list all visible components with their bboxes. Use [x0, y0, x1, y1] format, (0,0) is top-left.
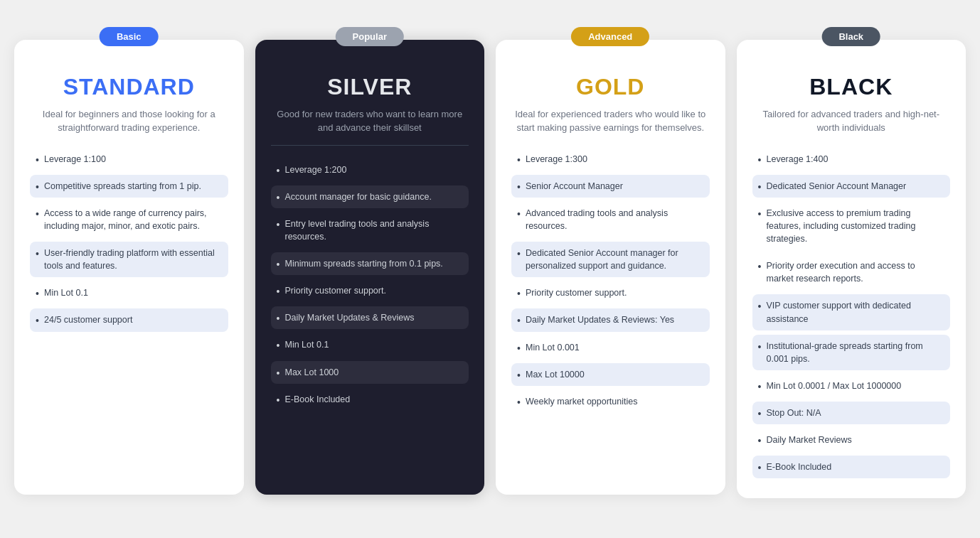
title-black: BLACK [752, 74, 951, 100]
feature-item: Daily Market Updates & Reviews [271, 306, 469, 329]
feature-item: User-friendly trading platform with esse… [30, 242, 228, 277]
badge-basic: Basic [100, 27, 159, 46]
title-silver: SILVER [271, 74, 469, 100]
features-silver: Leverage 1:200 Account manager for basic… [271, 158, 469, 411]
feature-item: Institutional-grade spreads starting fro… [752, 335, 951, 370]
pricing-cards: Basic STANDARD Ideal for beginners and t… [14, 40, 966, 499]
feature-item: Account manager for basic guidance. [271, 185, 469, 208]
feature-item: E-Book Included [271, 388, 469, 411]
subtitle-black: Tailored for advanced traders and high-n… [752, 107, 951, 135]
feature-item: Leverage 1:400 [752, 148, 951, 171]
card-silver: Popular SILVER Good for new traders who … [255, 40, 485, 495]
badge-advanced: Advanced [571, 27, 649, 46]
feature-item: Access to a wide range of currency pairs… [30, 202, 228, 237]
feature-item: Min Lot 0.001 [511, 336, 710, 359]
feature-item: Stop Out: N/A [752, 402, 951, 424]
title-standard: STANDARD [30, 74, 228, 100]
feature-item: Dedicated Senior Account manager for per… [511, 242, 710, 277]
feature-item: Entry level trading tools and analysis r… [271, 212, 469, 248]
feature-item: Senior Account Manager [511, 175, 710, 198]
card-black: Black BLACK Tailored for advanced trader… [737, 40, 966, 499]
feature-item: Leverage 1:200 [271, 158, 469, 181]
divider [271, 145, 469, 146]
subtitle-gold: Ideal for experienced traders who would … [511, 107, 710, 135]
feature-item: Leverage 1:300 [511, 148, 710, 171]
badge-black: Black [821, 27, 880, 46]
title-gold: GOLD [511, 74, 710, 100]
feature-item: Min Lot 0.0001 / Max Lot 1000000 [752, 375, 951, 397]
feature-item: Dedicated Senior Account Manager [752, 175, 951, 198]
badge-popular: Popular [336, 27, 404, 46]
feature-item: E-Book Included [752, 456, 951, 478]
subtitle-silver: Good for new traders who want to learn m… [271, 107, 469, 135]
features-black: Leverage 1:400 Dedicated Senior Account … [752, 148, 951, 479]
feature-item: Priority customer support. [271, 279, 469, 302]
feature-item: Daily Market Updates & Reviews: Yes [511, 308, 710, 331]
feature-item: Min Lot 0.1 [271, 333, 469, 356]
feature-item: Advanced trading tools and analysis reso… [511, 202, 710, 237]
feature-item: 24/5 customer support [30, 308, 228, 331]
feature-item: Weekly market opportunities [511, 390, 710, 413]
features-gold: Leverage 1:300 Senior Account Manager Ad… [511, 148, 710, 413]
card-gold: Advanced GOLD Ideal for experienced trad… [496, 40, 725, 495]
feature-item: Exclusive access to premium trading feat… [752, 202, 951, 250]
feature-item: Priority order execution and access to m… [752, 254, 951, 290]
feature-item: Max Lot 1000 [271, 361, 469, 384]
feature-item: Minimum spreads starting from 0.1 pips. [271, 252, 469, 275]
feature-item: Daily Market Reviews [752, 429, 951, 451]
feature-item: Priority customer support. [511, 281, 710, 304]
feature-item: VIP customer support with dedicated assi… [752, 294, 951, 330]
card-standard: Basic STANDARD Ideal for beginners and t… [14, 40, 244, 495]
feature-item: Min Lot 0.1 [30, 281, 228, 304]
feature-item: Competitive spreads starting from 1 pip. [30, 175, 228, 198]
subtitle-standard: Ideal for beginners and those looking fo… [30, 107, 228, 135]
feature-item: Max Lot 10000 [511, 363, 710, 386]
feature-item: Leverage 1:100 [30, 148, 228, 171]
features-standard: Leverage 1:100 Competitive spreads start… [30, 148, 228, 332]
